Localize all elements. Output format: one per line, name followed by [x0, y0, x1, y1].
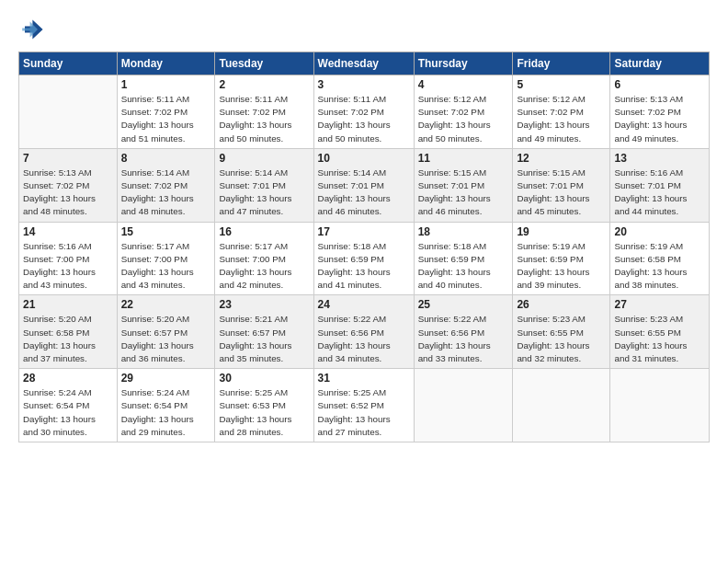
day-info: Sunrise: 5:25 AMSunset: 6:53 PMDaylight:…	[219, 386, 309, 439]
daylight-line1: Daylight: 13 hours	[23, 192, 113, 205]
sunset-text: Sunset: 7:02 PM	[121, 179, 211, 192]
sunset-text: Sunset: 6:55 PM	[614, 327, 705, 339]
sunset-text: Sunset: 6:58 PM	[23, 327, 113, 339]
daylight-line2: and 34 minutes.	[318, 352, 410, 365]
day-number: 3	[318, 78, 410, 91]
day-info: Sunrise: 5:22 AMSunset: 6:56 PMDaylight:…	[418, 313, 509, 365]
day-info: Sunrise: 5:11 AMSunset: 7:02 PMDaylight:…	[318, 93, 410, 145]
day-number: 28	[23, 372, 113, 385]
day-number: 30	[219, 372, 309, 385]
daylight-line2: and 46 minutes.	[418, 205, 509, 218]
daylight-line2: and 30 minutes.	[23, 426, 113, 439]
sunset-text: Sunset: 6:59 PM	[318, 253, 410, 266]
sunset-text: Sunset: 6:59 PM	[418, 253, 509, 266]
calendar-cell: 4Sunrise: 5:12 AMSunset: 7:02 PMDaylight…	[414, 75, 513, 149]
daylight-line2: and 49 minutes.	[517, 132, 606, 145]
day-number: 11	[418, 152, 509, 165]
calendar-cell: 18Sunrise: 5:18 AMSunset: 6:59 PMDayligh…	[414, 222, 513, 295]
day-number: 19	[517, 225, 606, 238]
day-info: Sunrise: 5:24 AMSunset: 6:54 PMDaylight:…	[23, 386, 113, 439]
sunrise-text: Sunrise: 5:11 AM	[219, 93, 309, 106]
sunrise-text: Sunrise: 5:11 AM	[318, 93, 410, 106]
day-info: Sunrise: 5:12 AMSunset: 7:02 PMDaylight:…	[418, 93, 509, 145]
sunset-text: Sunset: 7:02 PM	[23, 179, 113, 192]
daylight-line1: Daylight: 13 hours	[219, 413, 309, 426]
calendar-week-row: 1Sunrise: 5:11 AMSunset: 7:02 PMDaylight…	[19, 75, 710, 149]
day-number: 15	[121, 225, 211, 238]
calendar-cell: 8Sunrise: 5:14 AMSunset: 7:02 PMDaylight…	[117, 148, 215, 222]
day-info: Sunrise: 5:19 AMSunset: 6:58 PMDaylight:…	[614, 240, 705, 293]
daylight-line2: and 50 minutes.	[418, 132, 509, 145]
logo-icon	[18, 17, 44, 42]
calendar-cell: 24Sunrise: 5:22 AMSunset: 6:56 PMDayligh…	[313, 295, 414, 369]
day-number: 22	[121, 298, 211, 311]
day-number: 24	[318, 298, 410, 311]
sunset-text: Sunset: 6:59 PM	[517, 253, 606, 266]
sunset-text: Sunset: 7:01 PM	[418, 179, 509, 192]
daylight-line1: Daylight: 13 hours	[517, 339, 606, 352]
daylight-line2: and 38 minutes.	[614, 279, 705, 292]
calendar-cell: 5Sunrise: 5:12 AMSunset: 7:02 PMDaylight…	[513, 75, 610, 149]
day-number: 6	[614, 78, 705, 91]
calendar-cell: 29Sunrise: 5:24 AMSunset: 6:54 PMDayligh…	[117, 369, 215, 442]
calendar-cell: 20Sunrise: 5:19 AMSunset: 6:58 PMDayligh…	[610, 222, 710, 295]
sunrise-text: Sunrise: 5:12 AM	[517, 93, 606, 106]
daylight-line2: and 43 minutes.	[121, 279, 211, 292]
sunset-text: Sunset: 7:01 PM	[517, 179, 606, 192]
day-number: 13	[614, 152, 705, 165]
daylight-line2: and 48 minutes.	[23, 205, 113, 218]
day-number: 27	[614, 298, 705, 311]
sunrise-text: Sunrise: 5:12 AM	[418, 93, 509, 106]
calendar-week-row: 21Sunrise: 5:20 AMSunset: 6:58 PMDayligh…	[19, 295, 710, 369]
day-info: Sunrise: 5:17 AMSunset: 7:00 PMDaylight:…	[219, 240, 309, 293]
day-info: Sunrise: 5:25 AMSunset: 6:52 PMDaylight:…	[318, 386, 410, 439]
sunrise-text: Sunrise: 5:23 AM	[517, 313, 606, 326]
day-info: Sunrise: 5:14 AMSunset: 7:01 PMDaylight:…	[219, 167, 309, 219]
calendar-header-sunday: Sunday	[19, 52, 118, 75]
daylight-line1: Daylight: 13 hours	[219, 339, 309, 352]
day-info: Sunrise: 5:21 AMSunset: 6:57 PMDaylight:…	[219, 313, 309, 365]
sunset-text: Sunset: 7:02 PM	[219, 106, 309, 119]
daylight-line2: and 40 minutes.	[418, 279, 509, 292]
calendar-cell: 14Sunrise: 5:16 AMSunset: 7:00 PMDayligh…	[19, 222, 118, 295]
day-info: Sunrise: 5:23 AMSunset: 6:55 PMDaylight:…	[614, 313, 705, 365]
day-info: Sunrise: 5:13 AMSunset: 7:02 PMDaylight:…	[23, 167, 113, 219]
calendar-week-row: 7Sunrise: 5:13 AMSunset: 7:02 PMDaylight…	[19, 148, 710, 222]
day-number: 29	[121, 372, 211, 385]
daylight-line1: Daylight: 13 hours	[23, 339, 113, 352]
sunset-text: Sunset: 6:55 PM	[517, 327, 606, 339]
sunrise-text: Sunrise: 5:17 AM	[121, 240, 211, 253]
daylight-line2: and 32 minutes.	[517, 352, 606, 365]
day-number: 20	[614, 225, 705, 238]
day-number: 5	[517, 78, 606, 91]
day-info: Sunrise: 5:16 AMSunset: 7:01 PMDaylight:…	[614, 167, 705, 219]
day-info: Sunrise: 5:15 AMSunset: 7:01 PMDaylight:…	[418, 167, 509, 219]
calendar-cell	[610, 369, 710, 442]
daylight-line2: and 33 minutes.	[418, 352, 509, 365]
sunrise-text: Sunrise: 5:22 AM	[418, 313, 509, 326]
calendar-cell: 19Sunrise: 5:19 AMSunset: 6:59 PMDayligh…	[513, 222, 610, 295]
daylight-line2: and 37 minutes.	[23, 352, 113, 365]
calendar-header-thursday: Thursday	[414, 52, 513, 75]
sunset-text: Sunset: 7:02 PM	[614, 106, 705, 119]
day-number: 10	[318, 152, 410, 165]
sunset-text: Sunset: 7:01 PM	[318, 179, 410, 192]
daylight-line1: Daylight: 13 hours	[517, 266, 606, 279]
sunset-text: Sunset: 7:01 PM	[614, 179, 705, 192]
sunset-text: Sunset: 7:00 PM	[121, 253, 211, 266]
day-info: Sunrise: 5:20 AMSunset: 6:57 PMDaylight:…	[121, 313, 211, 365]
day-info: Sunrise: 5:18 AMSunset: 6:59 PMDaylight:…	[318, 240, 410, 293]
daylight-line1: Daylight: 13 hours	[418, 119, 509, 132]
sunset-text: Sunset: 6:58 PM	[614, 253, 705, 266]
daylight-line2: and 50 minutes.	[219, 132, 309, 145]
calendar-header-friday: Friday	[513, 52, 610, 75]
calendar-cell: 30Sunrise: 5:25 AMSunset: 6:53 PMDayligh…	[215, 369, 313, 442]
day-number: 1	[121, 78, 211, 91]
sunset-text: Sunset: 6:56 PM	[318, 327, 410, 339]
sunset-text: Sunset: 6:57 PM	[219, 327, 309, 339]
sunrise-text: Sunrise: 5:25 AM	[318, 386, 410, 399]
day-number: 9	[219, 152, 309, 165]
day-info: Sunrise: 5:19 AMSunset: 6:59 PMDaylight:…	[517, 240, 606, 293]
daylight-line1: Daylight: 13 hours	[318, 119, 410, 132]
daylight-line2: and 35 minutes.	[219, 352, 309, 365]
